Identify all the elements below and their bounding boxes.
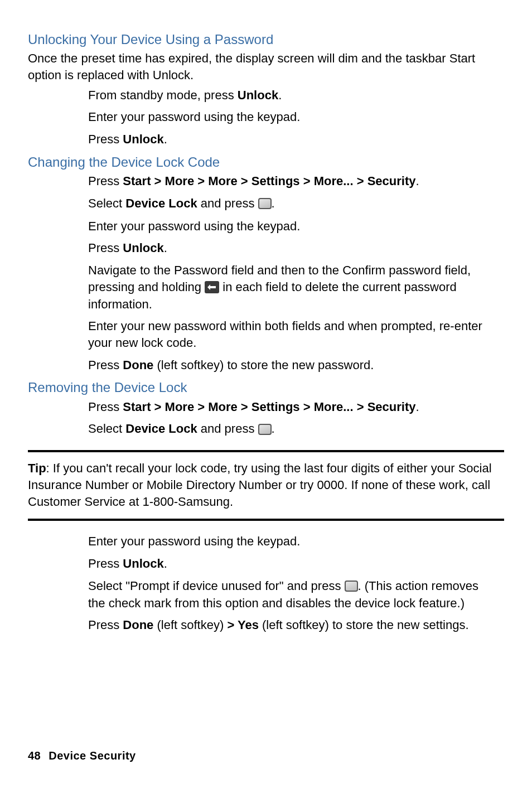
ok-button-icon <box>345 577 358 594</box>
page-footer: 48Device Security <box>28 748 136 763</box>
s4-step2: Press Unlock. <box>88 555 487 572</box>
s4-step2-a: Press <box>88 557 123 570</box>
s3-step2-d: . <box>272 422 275 436</box>
s1-step2: Enter your password using the keypad. <box>88 109 487 125</box>
s4-step4-d: > Yes <box>227 618 259 632</box>
s1-step1-c: . <box>278 88 282 102</box>
s4-step4-c: (left softkey) <box>153 618 227 632</box>
s2-step1: Press Start > More > More > Settings > M… <box>88 173 487 190</box>
s1-step1-b: Unlock <box>238 88 278 102</box>
heading-unlock-password: Unlocking Your Device Using a Password <box>28 31 504 48</box>
s2-step7-c: (left softkey) to store the new password… <box>153 358 374 372</box>
s2-step2-b: Device Lock <box>125 196 197 210</box>
s1-step1-a: From standby mode, press <box>88 88 238 102</box>
heading-remove-lock: Removing the Device Lock <box>28 379 504 396</box>
footer-title: Device Security <box>49 749 136 762</box>
s1-step3-a: Press <box>88 132 123 146</box>
s3-step1-c: . <box>415 400 419 414</box>
s2-step4-b: Unlock <box>123 241 163 255</box>
s2-step1-b: Start > More > More > Settings > More...… <box>123 174 415 188</box>
s1-step3-c: . <box>164 132 167 146</box>
s2-step2-c: and press <box>197 196 258 210</box>
s4-step4-e: (left softkey) to store the new settings… <box>259 618 469 632</box>
s3-step2-b: Device Lock <box>125 422 197 436</box>
s4-step4-b: Done <box>123 618 153 632</box>
tip-text: : If you can't recall your lock code, tr… <box>28 461 492 508</box>
s2-step1-c: . <box>415 174 419 188</box>
s3-step1: Press Start > More > More > Settings > M… <box>88 399 487 415</box>
s2-step3: Enter your password using the keypad. <box>88 218 487 235</box>
s1-step3: Press Unlock. <box>88 131 487 148</box>
s3-step2-a: Select <box>88 422 125 436</box>
s2-step2-d: . <box>272 196 275 210</box>
s3-step1-b: Start > More > More > Settings > More...… <box>123 400 415 414</box>
s2-step2-a: Select <box>88 196 125 210</box>
s2-step6: Enter your new password within both fiel… <box>88 318 487 351</box>
s3-step2-c: and press <box>197 422 258 436</box>
ok-button-icon <box>258 195 272 211</box>
tip-label: Tip <box>28 461 46 475</box>
s4-step4-a: Press <box>88 618 123 632</box>
s1-step1: From standby mode, press Unlock. <box>88 87 487 104</box>
s4-step3: Select "Prompt if device unused for" and… <box>88 578 487 612</box>
s2-step4: Press Unlock. <box>88 240 487 257</box>
back-button-icon <box>205 278 219 295</box>
page-number: 48 <box>28 749 41 762</box>
s1-step3-b: Unlock <box>123 132 163 146</box>
s2-step4-a: Press <box>88 241 123 255</box>
s4-step3-a: Select "Prompt if device unused for" and… <box>88 579 345 593</box>
s3-step2: Select Device Lock and press . <box>88 420 487 438</box>
s4-step1: Enter your password using the keypad. <box>88 533 487 550</box>
s2-step7-a: Press <box>88 358 123 372</box>
heading-change-lock: Changing the Device Lock Code <box>28 153 504 171</box>
s2-step7: Press Done (left softkey) to store the n… <box>88 357 487 374</box>
s3-step1-a: Press <box>88 400 123 414</box>
s2-step7-b: Done <box>123 358 153 372</box>
s2-step5: Navigate to the Password field and then … <box>88 262 487 312</box>
s4-step4: Press Done (left softkey) > Yes (left so… <box>88 617 487 633</box>
tip-block: Tip: If you can't recall your lock code,… <box>28 450 504 521</box>
s4-step2-b: Unlock <box>123 557 163 570</box>
intro-text-unlock: Once the preset time has expired, the di… <box>28 50 504 83</box>
s2-step1-a: Press <box>88 174 123 188</box>
s4-step2-c: . <box>164 557 167 570</box>
ok-button-icon <box>258 420 272 437</box>
s2-step4-c: . <box>164 241 167 255</box>
s2-step2: Select Device Lock and press . <box>88 195 487 212</box>
